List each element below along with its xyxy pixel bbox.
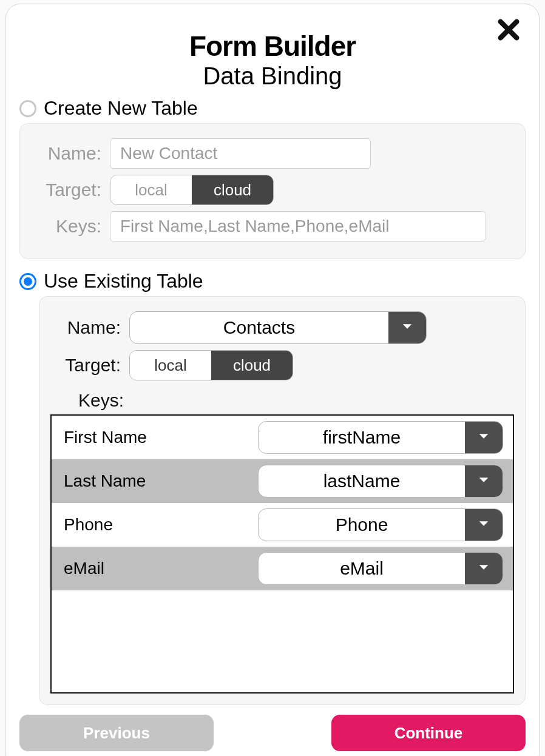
form-builder-dialog: Form Builder Data Binding Create New Tab…	[5, 4, 540, 756]
chevron-down-icon	[477, 430, 490, 445]
radio-use-existing-table[interactable]	[19, 273, 36, 290]
create-target-segmented: local cloud	[110, 175, 274, 205]
keys-mapping-box: First Name firstName Last Name lastName	[50, 414, 514, 694]
key-source-label: Last Name	[61, 471, 243, 491]
use-target-cloud[interactable]: cloud	[211, 351, 293, 380]
key-mapping-select[interactable]: lastName	[258, 465, 503, 498]
key-mapping-value: eMail	[259, 553, 465, 584]
create-name-label: Name:	[31, 143, 110, 164]
key-mapping-value: Phone	[259, 509, 465, 541]
radio-create-label: Create New Table	[44, 97, 198, 120]
create-table-panel: Name: New Contact Target: local cloud Ke…	[19, 123, 526, 259]
key-row: First Name firstName	[52, 416, 513, 459]
key-row: Phone Phone	[52, 503, 513, 547]
chevron-down-icon	[477, 473, 490, 489]
create-target-local[interactable]: local	[110, 175, 192, 204]
key-mapping-dropdown-button[interactable]	[465, 422, 503, 453]
dialog-title: Form Builder	[19, 30, 526, 62]
create-name-input[interactable]: New Contact	[110, 138, 371, 169]
use-name-dropdown-button[interactable]	[388, 312, 426, 343]
create-target-cloud[interactable]: cloud	[192, 175, 273, 204]
key-mapping-dropdown-button[interactable]	[465, 553, 503, 584]
radio-create-new-table[interactable]	[19, 100, 36, 117]
use-name-select[interactable]: Contacts	[129, 311, 427, 344]
chevron-down-icon	[401, 320, 414, 336]
key-row: Last Name lastName	[52, 459, 513, 503]
create-target-label: Target:	[31, 180, 110, 200]
key-mapping-select[interactable]: firstName	[258, 421, 503, 454]
key-source-label: Phone	[61, 515, 243, 535]
use-keys-label: Keys:	[78, 390, 514, 411]
dialog-footer: Previous Continue	[19, 715, 526, 751]
use-target-segmented: local cloud	[129, 350, 293, 380]
use-table-panel: Name: Contacts Target: local cloud Keys:…	[39, 296, 526, 705]
use-target-label: Target:	[50, 355, 129, 376]
close-icon	[496, 33, 521, 44]
chevron-down-icon	[477, 561, 490, 576]
key-mapping-dropdown-button[interactable]	[465, 509, 503, 541]
create-keys-input[interactable]: First Name,Last Name,Phone,eMail	[110, 211, 486, 241]
previous-button[interactable]: Previous	[19, 715, 214, 751]
use-name-value: Contacts	[130, 312, 388, 343]
key-mapping-select[interactable]: eMail	[258, 552, 503, 585]
key-mapping-value: firstName	[259, 422, 465, 453]
create-keys-label: Keys:	[31, 216, 110, 237]
chevron-down-icon	[477, 517, 490, 533]
continue-button[interactable]: Continue	[331, 715, 526, 751]
key-mapping-value: lastName	[259, 465, 465, 497]
key-mapping-dropdown-button[interactable]	[465, 465, 503, 497]
close-button[interactable]	[496, 18, 521, 44]
use-name-label: Name:	[50, 317, 129, 338]
key-source-label: First Name	[61, 428, 243, 447]
radio-use-label: Use Existing Table	[44, 270, 203, 292]
key-mapping-select[interactable]: Phone	[258, 508, 503, 541]
key-row: eMail eMail	[52, 547, 513, 590]
use-target-local[interactable]: local	[130, 351, 211, 380]
key-source-label: eMail	[61, 559, 243, 578]
dialog-subtitle: Data Binding	[19, 62, 526, 90]
